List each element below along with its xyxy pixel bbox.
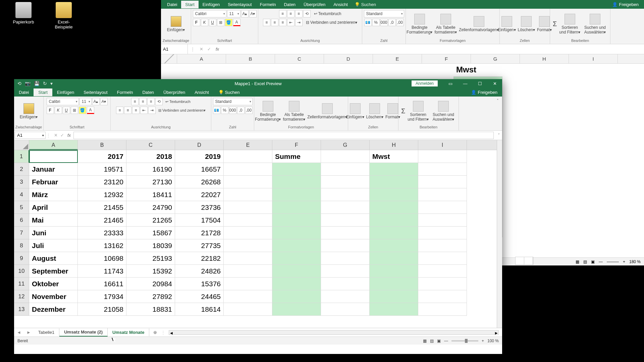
cell[interactable] — [272, 227, 321, 239]
cell[interactable]: 2018 — [126, 150, 175, 163]
horizontal-scrollbar[interactable]: ◄► — [169, 330, 499, 335]
condfmt-button[interactable]: Bedingte Formatierung▾ — [407, 14, 432, 35]
cell[interactable]: 23736 — [175, 201, 224, 214]
cell[interactable]: 21728 — [175, 227, 224, 239]
cell[interactable]: 18831 — [126, 303, 175, 316]
col-header[interactable]: E — [224, 140, 272, 150]
row-header[interactable]: 12 — [14, 290, 29, 303]
share-button[interactable]: 👤 Freigeben — [471, 90, 497, 95]
table-button[interactable]: Als Tabelle formatieren▾ — [283, 101, 305, 122]
cell[interactable] — [224, 265, 272, 278]
cell[interactable]: 18614 — [175, 303, 224, 316]
col-header[interactable]: C — [126, 140, 175, 150]
add-sheet-button[interactable]: ⊕ — [149, 330, 161, 335]
cell[interactable]: Februar — [29, 176, 78, 188]
shrink-font[interactable]: A▾ — [100, 98, 108, 105]
cell[interactable] — [224, 201, 272, 214]
indent-dec[interactable]: ⇤ — [287, 19, 294, 26]
cell[interactable]: 25193 — [126, 252, 175, 265]
tab-pagelayout[interactable]: Seitenlayout — [224, 1, 256, 8]
align-center[interactable]: ≡ — [124, 107, 131, 114]
cell[interactable] — [418, 201, 467, 214]
col-header[interactable]: B — [226, 54, 275, 63]
orientation[interactable]: ⟲ — [303, 10, 311, 17]
cell[interactable] — [418, 252, 467, 265]
cell[interactable]: 17934 — [78, 290, 126, 303]
cell[interactable]: 24826 — [175, 265, 224, 278]
col-header[interactable]: H — [370, 140, 418, 150]
view-break-icon[interactable]: ▣ — [437, 339, 441, 343]
align-left[interactable]: ≡ — [116, 107, 123, 114]
tab-file[interactable]: Datei — [14, 88, 34, 96]
merge-button[interactable]: ⊟ Verbinden und zentrieren▾ — [158, 108, 206, 113]
cell[interactable]: 16657 — [175, 163, 224, 176]
cell[interactable] — [321, 163, 370, 176]
desktop-icon-trash[interactable]: Papierkorb — [10, 2, 37, 24]
cell[interactable] — [224, 176, 272, 188]
cell[interactable] — [370, 227, 418, 239]
cell[interactable] — [272, 278, 321, 290]
align-right[interactable]: ≡ — [279, 19, 286, 26]
name-box[interactable]: A1 — [15, 132, 46, 139]
cell[interactable] — [272, 265, 321, 278]
cell[interactable]: Mwst — [370, 150, 418, 163]
cell[interactable] — [272, 163, 321, 176]
cell[interactable] — [224, 303, 272, 316]
bold-button[interactable]: F — [193, 19, 200, 26]
fontsize-combo[interactable]: 11 — [79, 98, 92, 105]
wrap-button[interactable]: ↩ Textumbruch — [165, 100, 191, 104]
cell[interactable]: 15392 — [126, 265, 175, 278]
tab-home[interactable]: Start — [34, 88, 52, 96]
cell[interactable]: November — [29, 290, 78, 303]
align-bot[interactable]: ≡ — [147, 98, 155, 105]
col-header[interactable]: E — [373, 54, 422, 63]
row-header[interactable]: 1 — [14, 150, 29, 163]
align-center[interactable]: ≡ — [271, 19, 278, 26]
cell[interactable] — [224, 188, 272, 201]
cell[interactable]: 24465 — [175, 290, 224, 303]
cell[interactable]: 19571 — [78, 163, 126, 176]
cell[interactable] — [224, 239, 272, 252]
tab-data[interactable]: Daten — [138, 88, 159, 96]
cell[interactable] — [418, 290, 467, 303]
cell[interactable] — [370, 278, 418, 290]
condfmt-button[interactable]: Bedingte Formatierung▾ — [255, 101, 281, 122]
fx-icon[interactable]: fx — [67, 133, 73, 138]
tab-insert[interactable]: Einfügen — [52, 88, 79, 96]
cancel-icon[interactable]: ✕ — [54, 133, 58, 138]
delete-button[interactable]: Löschen▾ — [366, 103, 383, 119]
cell[interactable] — [224, 214, 272, 227]
close-button[interactable]: ✕ — [487, 79, 502, 88]
col-header[interactable]: A — [177, 54, 226, 63]
table-button[interactable]: Als Tabelle formatieren▾ — [434, 14, 457, 35]
thousands[interactable]: 000 — [380, 19, 388, 26]
orientation[interactable]: ⟲ — [155, 98, 163, 105]
zoom-value[interactable]: 180 % — [629, 259, 641, 264]
indent-dec[interactable]: ⇤ — [140, 107, 148, 114]
qat-back-icon[interactable]: ⟲ — [17, 81, 21, 86]
collapse-ribbon-icon[interactable]: ˄ — [493, 97, 502, 130]
cell[interactable] — [272, 290, 321, 303]
cell[interactable] — [418, 214, 467, 227]
inc-dec[interactable]: ,0 — [237, 107, 245, 114]
cell[interactable] — [370, 163, 418, 176]
ribbon-options-icon[interactable]: ▭ — [443, 79, 458, 88]
tab-formulas[interactable]: Formeln — [112, 88, 138, 96]
row-header[interactable]: 10 — [14, 265, 29, 278]
cell[interactable]: 12932 — [78, 188, 126, 201]
align-mid[interactable]: ≡ — [287, 10, 294, 17]
fontsize-combo[interactable]: 11 — [227, 10, 240, 17]
cell[interactable] — [224, 278, 272, 290]
cell[interactable]: 15867 — [126, 227, 175, 239]
cell[interactable]: 16611 — [78, 278, 126, 290]
cell[interactable] — [321, 150, 370, 163]
align-mid[interactable]: ≡ — [139, 98, 147, 105]
cell[interactable] — [321, 278, 370, 290]
cell[interactable]: 11743 — [78, 265, 126, 278]
tab-data[interactable]: Daten — [280, 1, 300, 8]
cell[interactable] — [321, 265, 370, 278]
cell[interactable]: 18411 — [126, 188, 175, 201]
sheet-nav-next[interactable]: ► — [24, 330, 34, 335]
qat-more-icon[interactable]: ▾ — [50, 81, 53, 86]
cell[interactable] — [321, 176, 370, 188]
